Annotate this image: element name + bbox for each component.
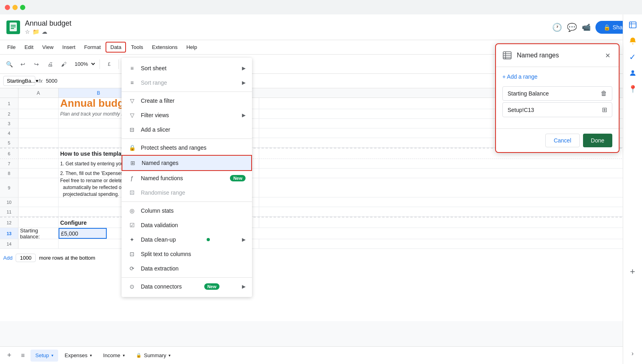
randomise-label: Randomise range [141, 189, 185, 196]
menu-data[interactable]: Data [106, 42, 126, 53]
filter-views-icon: ▽ [128, 111, 136, 119]
print-button[interactable]: 🖨 [44, 58, 56, 70]
close-button[interactable] [5, 5, 10, 10]
folder-icon[interactable]: 📁 [33, 28, 39, 35]
cell-a2[interactable] [18, 109, 59, 118]
cloud-icon: ☁ [42, 28, 47, 35]
cell-a8[interactable] [18, 169, 59, 178]
add-rows-input[interactable] [16, 254, 36, 262]
menu-item-named-ranges[interactable]: ⊞ Named ranges [122, 155, 252, 171]
menu-item-add-slicer[interactable]: ⊟ Add a slicer [122, 122, 252, 137]
undo-button[interactable]: ↩ [17, 58, 29, 70]
sidebar-icon-pin[interactable]: 📍 [626, 82, 640, 96]
currency-button[interactable]: £ [103, 58, 115, 70]
cell-a10[interactable] [18, 197, 59, 207]
sort-sheet-icon: ≡ [128, 64, 136, 72]
panel-footer: Cancel Done [496, 128, 619, 152]
cell-reference[interactable]: StartingBa... ▾ [3, 76, 35, 86]
cell-a9[interactable] [18, 178, 59, 197]
cell-a4[interactable] [18, 128, 59, 138]
menu-item-named-functions[interactable]: ƒ Named functions New [122, 171, 252, 185]
tab-setup-label: Setup [35, 352, 49, 358]
menu-view[interactable]: View [38, 43, 57, 52]
sidebar-icon-plus[interactable]: + [626, 264, 640, 279]
menu-item-filter-views[interactable]: ▽ Filter views ▶ [122, 108, 252, 122]
menu-format[interactable]: Format [80, 43, 105, 52]
maximize-button[interactable] [20, 5, 25, 10]
zoom-select[interactable]: 100% 75% 125% 150% [71, 59, 96, 69]
range-grid-button[interactable]: ⊞ [602, 106, 607, 114]
done-button[interactable]: Done [583, 134, 612, 147]
menu-insert[interactable]: Insert [58, 43, 79, 52]
menu-file[interactable]: File [3, 43, 20, 52]
cell-b13[interactable]: £5,000 [59, 228, 107, 239]
cell-a11[interactable] [18, 207, 59, 216]
cell-a12[interactable] [18, 218, 59, 228]
paint-format-button[interactable]: 🖌 [58, 58, 70, 70]
menu-item-sort-sheet[interactable]: ≡ Sort sheet ▶ [122, 61, 252, 75]
sidebar-icon-person[interactable] [626, 66, 640, 80]
star-icon[interactable]: ☆ [25, 28, 30, 35]
split-text-label: Split text to columns [141, 251, 191, 257]
add-range-link[interactable]: + Add a range [502, 73, 612, 80]
cell-a5[interactable] [18, 138, 59, 147]
tab-expenses[interactable]: Expenses ▾ [60, 350, 97, 362]
sort-sheet-label: Sort sheet [141, 65, 167, 71]
cell-a14[interactable] [18, 239, 59, 248]
panel-close-button[interactable]: ✕ [603, 51, 612, 60]
sidebar-expand-button[interactable]: › [626, 346, 640, 361]
data-cleanup-label: Data clean-up [141, 236, 176, 243]
tab-setup[interactable]: Setup ▾ [30, 350, 58, 362]
cancel-button[interactable]: Cancel [545, 134, 580, 147]
history-icon[interactable]: 🕐 [552, 22, 562, 32]
tab-income[interactable]: Income ▾ [98, 350, 130, 362]
range-item-1: Starting Balance 🗑 Setup!C13 ⊞ [502, 86, 612, 117]
menu-help[interactable]: Help [182, 43, 201, 52]
row-num-14: 14 [0, 239, 18, 248]
menu-item-randomise[interactable]: ⚄ Randomise range [122, 185, 252, 200]
range-delete-button[interactable]: 🗑 [601, 90, 607, 97]
cell-a1[interactable] [18, 98, 59, 109]
menu-item-sort-range[interactable]: ≡ Sort range ▶ [122, 75, 252, 90]
panel-title: Named ranges [517, 52, 598, 59]
cell-a6[interactable] [18, 148, 59, 159]
menu-tools[interactable]: Tools [127, 43, 147, 52]
row-num-13: 13 [0, 228, 18, 239]
cell-a3[interactable] [18, 119, 59, 128]
data-extraction-icon: ⟳ [128, 264, 136, 272]
tab-summary[interactable]: 🔒 Summary ▾ [131, 350, 176, 362]
menu-item-column-stats[interactable]: ◎ Column stats [122, 203, 252, 218]
menu-edit[interactable]: Edit [20, 43, 37, 52]
sheet-list-button[interactable]: ≡ [17, 350, 29, 362]
row-num-9: 9 [0, 178, 18, 197]
menu-item-split-text[interactable]: ⊡ Split text to columns [122, 247, 252, 261]
row-num-4: 4 [0, 128, 18, 138]
range-ref-input[interactable]: Setup!C13 [508, 107, 599, 113]
redo-button[interactable]: ↪ [30, 58, 43, 70]
cell-a7[interactable] [18, 159, 59, 168]
sidebar-icon-notifications[interactable] [626, 34, 640, 48]
data-dropdown-menu: ≡ Sort sheet ▶ ≡ Sort range ▶ ▽ Create a… [122, 58, 252, 297]
meet-icon[interactable]: 📹 [582, 23, 591, 32]
add-sheet-button[interactable]: + [3, 350, 15, 362]
menu-item-data-connectors[interactable]: ⊙ Data connectors New ▶ [122, 279, 252, 294]
sidebar-icon-sheets[interactable] [626, 18, 640, 32]
search-button[interactable]: 🔍 [3, 58, 15, 70]
add-link[interactable]: Add [3, 255, 12, 261]
col-header-a[interactable]: A [18, 88, 59, 98]
create-filter-label: Create a filter [141, 98, 175, 104]
menu-item-create-filter[interactable]: ▽ Create a filter [122, 94, 252, 108]
menu-item-data-extraction[interactable]: ⟳ Data extraction [122, 261, 252, 276]
range-name-input[interactable]: Starting Balance [508, 90, 597, 97]
menu-extensions[interactable]: Extensions [148, 43, 182, 52]
data-validation-icon: ☑ [128, 221, 136, 229]
cell-a13[interactable]: Starting balance: [18, 228, 59, 239]
menu-item-protect[interactable]: 🔒 Protect sheets and ranges [122, 140, 252, 155]
minimize-button[interactable] [12, 5, 18, 10]
menu-item-data-cleanup[interactable]: ✦ Data clean-up ▶ [122, 232, 252, 247]
filter-icon: ▽ [128, 97, 136, 105]
column-stats-label: Column stats [141, 207, 174, 214]
menu-item-data-validation[interactable]: ☑ Data validation [122, 218, 252, 232]
comment-icon[interactable]: 💬 [567, 22, 577, 32]
sidebar-icon-check[interactable]: ✓ [626, 50, 640, 64]
